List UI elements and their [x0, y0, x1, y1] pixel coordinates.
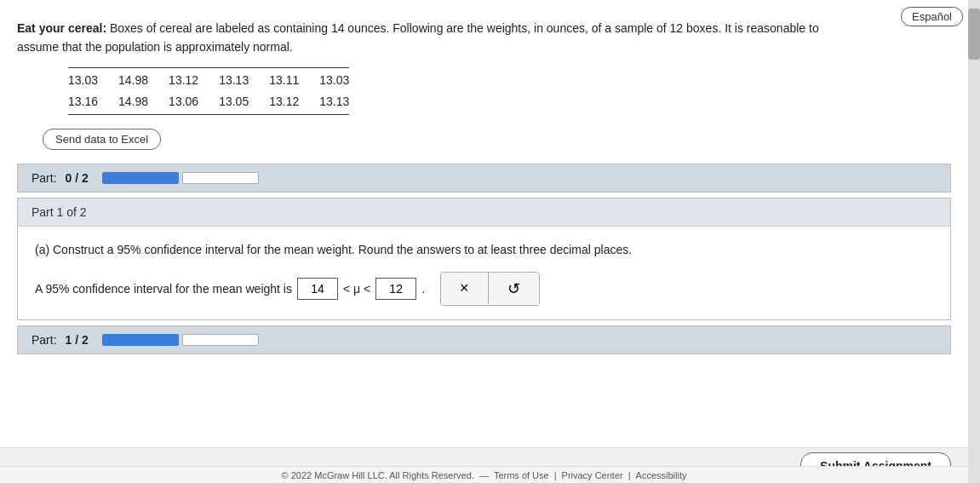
- problem-statement: Eat your cereal: Boxes of cereal are lab…: [17, 19, 851, 57]
- period-symbol: .: [421, 282, 425, 296]
- part1-header-label: Part 1 of 2: [32, 205, 87, 219]
- undo-icon: ↺: [507, 279, 520, 298]
- footer-privacy-link[interactable]: Privacy Center: [562, 470, 623, 480]
- part0-label: 0 / 2: [66, 171, 89, 185]
- problem-prefix: Eat your cereal:: [17, 21, 106, 35]
- part0-prefix: Part:: [32, 171, 57, 185]
- footer-sep3: |: [628, 470, 631, 480]
- progress-seg-empty: [182, 172, 259, 184]
- footer-separator: —: [479, 470, 489, 480]
- data-row-2: 13.16 14.98 13.06 13.05 13.12 13.13: [68, 91, 349, 112]
- part1-content: (a) Construct a 95% confidence interval …: [18, 227, 950, 319]
- data-val: 13.12: [269, 91, 299, 112]
- main-content: Eat your cereal: Boxes of cereal are lab…: [0, 0, 968, 354]
- footer-copyright: © 2022 McGraw Hill LLC. All Rights Reser…: [282, 470, 474, 480]
- check-icon: ×: [460, 279, 469, 297]
- espanol-button[interactable]: Español: [901, 7, 963, 26]
- part2-bar: Part: 1 / 2: [17, 325, 951, 354]
- progress-track-0: [102, 172, 259, 184]
- part2-prefix: Part:: [32, 333, 57, 347]
- footer-sep2: |: [554, 470, 557, 480]
- action-button-group: × ↺: [440, 272, 540, 306]
- part1-question: (a) Construct a 95% confidence interval …: [35, 240, 933, 259]
- less-than-mu-symbol: < μ <: [343, 282, 370, 296]
- data-table: 13.03 14.98 13.12 13.13 13.11 13.03 13.1…: [68, 67, 349, 115]
- scrollbar-thumb[interactable]: [968, 9, 980, 60]
- part1-header: Part 1 of 2: [18, 198, 950, 227]
- undo-button[interactable]: ↺: [489, 273, 539, 305]
- upper-bound-input[interactable]: [375, 278, 416, 300]
- problem-text: Boxes of cereal are labeled as containin…: [17, 21, 819, 54]
- answer-row: A 95% confidence interval for the mean w…: [35, 272, 933, 306]
- scrollbar[interactable]: [968, 0, 980, 483]
- answer-prefix: A 95% confidence interval for the mean w…: [35, 282, 292, 296]
- part1-section: Part 1 of 2 (a) Construct a 95% confiden…: [17, 198, 951, 319]
- data-val: 14.98: [118, 70, 148, 91]
- data-val: 13.16: [68, 91, 98, 112]
- part0-bar: Part: 0 / 2: [17, 164, 951, 193]
- data-row-1: 13.03 14.98 13.12 13.13 13.11 13.03: [68, 70, 349, 91]
- footer-accessibility-link[interactable]: Accessibility: [636, 470, 687, 480]
- data-val: 13.03: [319, 70, 349, 91]
- progress-seg-filled-2: [102, 334, 179, 346]
- data-val: 13.13: [319, 91, 349, 112]
- part2-label: 1 / 2: [66, 333, 89, 347]
- send-data-button[interactable]: Send data to Excel: [43, 129, 161, 150]
- footer-terms-link[interactable]: Terms of Use: [494, 470, 549, 480]
- lower-bound-input[interactable]: [297, 278, 338, 300]
- progress-seg-empty-2: [182, 334, 259, 346]
- data-val: 13.11: [269, 70, 299, 91]
- progress-track-2: [102, 334, 259, 346]
- check-button[interactable]: ×: [441, 273, 489, 304]
- progress-seg-filled: [102, 172, 179, 184]
- data-val: 13.03: [68, 70, 98, 91]
- data-val: 14.98: [118, 91, 148, 112]
- data-val: 13.13: [219, 70, 249, 91]
- data-val: 13.12: [169, 70, 198, 91]
- footer-bar: © 2022 McGraw Hill LLC. All Rights Reser…: [0, 466, 968, 483]
- data-val: 13.05: [219, 91, 249, 112]
- data-val: 13.06: [169, 91, 198, 112]
